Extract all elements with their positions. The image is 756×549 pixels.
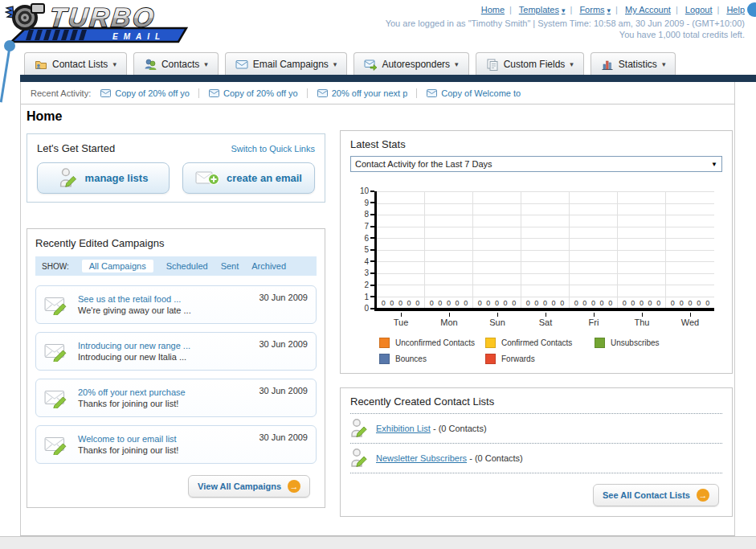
manage-lists-button[interactable]: manage lists	[37, 162, 170, 194]
separator: |	[676, 5, 678, 14]
recent-activity-item[interactable]: Copy of 20% off yo	[209, 88, 308, 98]
filter-all-campaigns[interactable]: All Campaigns	[82, 260, 153, 272]
person-pencil-icon	[350, 448, 368, 469]
campaign-list: See us at the retail food ... We're givi…	[35, 285, 317, 464]
data-value: 0	[552, 299, 556, 307]
day-label: Thu	[635, 318, 650, 327]
chart-group: 00000	[570, 191, 618, 308]
top-link-my-account[interactable]: My Account	[625, 5, 671, 14]
recent-activity-item[interactable]: Copy of 20% off yo	[100, 88, 199, 98]
data-value: 0	[656, 299, 660, 307]
contact-list-link[interactable]: Exhibition List	[376, 424, 431, 433]
recent-activity-label: Recent Activity:	[31, 88, 91, 98]
view-all-campaigns-button[interactable]: View All Campaigns →	[188, 475, 310, 498]
tab-email-campaigns[interactable]: Email Campaigns ▾	[225, 52, 348, 75]
logo-title: TURBO	[48, 2, 157, 32]
tab-custom-fields[interactable]: Custom Fields ▾	[476, 52, 584, 75]
y-axis-label: 2	[353, 281, 374, 289]
left-column: Let's Get Started Switch to Quick Links …	[27, 133, 325, 508]
turbo-email-logo: EMAIL TURBO	[5, 2, 188, 47]
top-link-forms[interactable]: Forms▾	[579, 5, 611, 14]
legend-swatch	[379, 354, 390, 364]
data-value: 0	[574, 299, 578, 307]
campaign-title[interactable]: See us at the retail food ...	[78, 294, 191, 304]
recent-activity-item[interactable]: 20% off your next p	[317, 88, 418, 98]
chart-groups: 00000000000000000000000000000000000	[377, 191, 714, 308]
campaign-row[interactable]: Introducing our new range ... Introducin…	[35, 332, 317, 371]
top-nav: Home| Templates▾| Forms▾| My Account| Lo…	[481, 5, 745, 14]
y-axis-label: 7	[353, 222, 374, 231]
tab-label: Contact Lists	[52, 59, 108, 70]
contact-list-row[interactable]: Newsletter Subscribers - (0 Contacts)	[350, 444, 722, 473]
main-area: Home Let's Get Started Switch to Quick L…	[21, 104, 734, 535]
data-value: 0	[486, 299, 490, 307]
envelope-icon	[100, 89, 111, 97]
top-link-home[interactable]: Home	[481, 5, 505, 14]
day-label: Wed	[681, 318, 699, 327]
switch-quick-links-link[interactable]: Switch to Quick Links	[231, 144, 315, 154]
caret-down-icon: ▾	[112, 60, 116, 68]
campaign-subtitle: Introducing our new Italia ...	[78, 352, 190, 362]
contact-activity-chart: 109876543210 000000000000000000000000000…	[353, 191, 722, 364]
y-axis-label: 3	[353, 268, 374, 277]
filter-sent[interactable]: Sent	[221, 261, 239, 271]
pages-icon	[486, 58, 499, 71]
tab-contact-lists[interactable]: Contact Lists ▾	[24, 52, 127, 75]
create-email-button[interactable]: create an email	[182, 162, 315, 194]
top-link-templates[interactable]: Templates▾	[519, 5, 566, 14]
data-values: 00000	[521, 299, 569, 307]
axis-tick	[449, 313, 450, 317]
data-values: 00000	[473, 299, 521, 307]
campaign-title[interactable]: Introducing our new range ...	[78, 341, 190, 350]
recent-activity-item[interactable]: Copy of Welcome to	[427, 88, 529, 98]
data-value: 0	[688, 299, 692, 307]
tab-label: Custom Fields	[504, 59, 566, 70]
data-value: 0	[640, 299, 644, 307]
filter-scheduled[interactable]: Scheduled	[166, 261, 208, 271]
chart-group: 00000	[425, 191, 473, 308]
campaign-row[interactable]: See us at the retail food ... We're givi…	[35, 285, 317, 324]
axis-tick	[546, 313, 546, 317]
day-label: Fri	[589, 318, 599, 327]
tab-contacts[interactable]: Contacts ▾	[133, 52, 219, 75]
top-link-help[interactable]: Help	[726, 5, 745, 14]
data-values: 00000	[425, 299, 472, 307]
legend-swatch	[485, 338, 496, 348]
campaign-title[interactable]: Welcome to our email list	[78, 434, 178, 444]
campaign-title[interactable]: 20% off your next purchase	[78, 387, 186, 397]
contact-list-row[interactable]: Exhibition List - (0 Contacts)	[350, 414, 722, 444]
campaign-row[interactable]: 20% off your next purchase Thanks for jo…	[35, 379, 317, 417]
header: EMAIL TURBO Home| Templates▾| Forms▾| My…	[0, 0, 756, 49]
legend-label: Bounces	[395, 354, 427, 363]
y-axis-labels: 109876543210	[353, 186, 374, 313]
right-column: Latest Stats Contact Activity for the La…	[340, 130, 733, 517]
data-value: 0	[600, 299, 604, 307]
tab-label: Contacts	[161, 59, 199, 70]
legend-label: Confirmed Contacts	[501, 338, 572, 347]
latest-stats-title: Latest Stats	[350, 138, 722, 150]
contact-lists-title: Recently Created Contact Lists	[350, 395, 722, 408]
see-all-contact-lists-button[interactable]: See All Contact Lists →	[593, 484, 719, 506]
tab-autoresponders[interactable]: Autoresponders ▾	[353, 52, 468, 75]
legend-label: Unsubscribes	[611, 338, 660, 347]
chart-legend: Unconfirmed ContactsConfirmed ContactsUn…	[379, 338, 722, 364]
top-link-logout[interactable]: Logout	[685, 5, 713, 14]
page-title: Home	[27, 109, 62, 124]
chart-group: 00000	[666, 191, 714, 308]
day-cell: Sun	[473, 313, 521, 327]
chart-group: 00000	[521, 191, 570, 308]
legend-swatch	[595, 338, 605, 348]
page: EMAIL TURBO Home| Templates▾| Forms▾| My…	[0, 0, 756, 549]
contact-list-count: - (0 Contacts)	[469, 453, 523, 463]
campaign-row[interactable]: Welcome to our email list Thanks for joi…	[35, 425, 317, 464]
legend-swatch	[379, 338, 390, 348]
content-container: Recent Activity: Copy of 20% off yo Copy…	[20, 82, 735, 536]
data-value: 0	[504, 299, 508, 307]
contact-list-link[interactable]: Newsletter Subscribers	[376, 453, 467, 463]
tab-statistics[interactable]: Statistics ▾	[590, 52, 676, 75]
legend-item: Unconfirmed Contacts	[379, 338, 485, 348]
filter-archived[interactable]: Archived	[251, 261, 286, 271]
data-value: 0	[680, 299, 684, 307]
stats-dropdown[interactable]: Contact Activity for the Last 7 Days ▼	[350, 156, 722, 172]
envelope-icon	[317, 89, 328, 97]
